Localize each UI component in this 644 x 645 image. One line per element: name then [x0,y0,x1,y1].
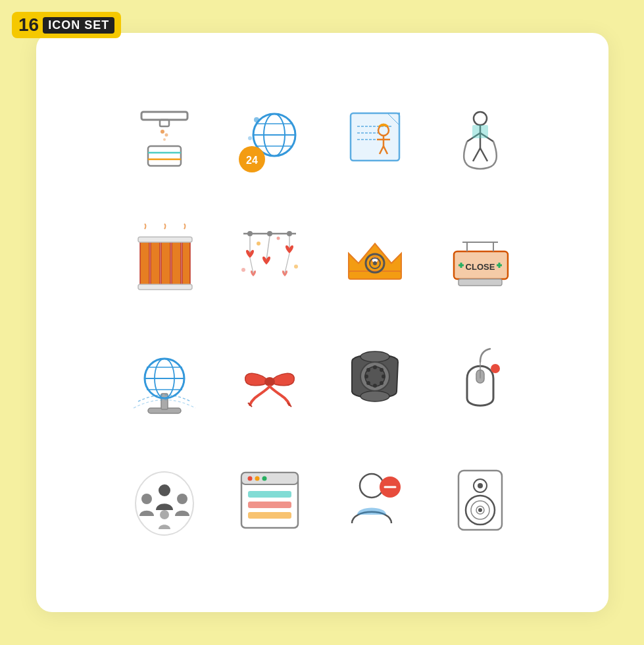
svg-rect-36 [172,240,181,286]
svg-point-101 [255,477,259,481]
svg-point-115 [478,508,482,512]
icon-team [115,444,214,556]
svg-rect-37 [182,240,190,286]
svg-point-82 [373,365,377,369]
svg-line-30 [473,148,480,161]
icon-24-globe: 24 [220,89,319,201]
svg-point-47 [257,242,260,245]
svg-point-48 [276,237,280,240]
svg-point-41 [247,231,253,236]
badge-number: 16 [18,14,39,36]
svg-rect-39 [138,284,192,290]
svg-point-100 [247,477,252,481]
svg-rect-69 [161,394,168,409]
svg-point-94 [159,484,170,496]
icon-webpage [220,444,319,556]
svg-rect-34 [151,240,160,286]
svg-point-78 [360,351,389,362]
svg-point-84 [382,374,385,378]
icon-engineer [326,89,424,201]
icon-3d-printer [115,89,214,201]
svg-point-3 [164,134,168,137]
svg-point-87 [366,381,370,385]
svg-point-2 [161,130,164,134]
svg-text:CLOSE: CLOSE [465,262,495,272]
svg-point-57 [373,261,377,265]
icon-telephone [326,326,424,438]
svg-point-97 [160,510,169,519]
svg-point-4 [163,138,166,141]
svg-point-111 [478,483,483,488]
svg-point-49 [241,268,245,272]
icon-set-card: 24 [36,33,608,612]
svg-point-50 [294,265,298,269]
svg-point-89 [366,368,370,372]
svg-point-26 [474,112,487,125]
icon-speaker [431,444,530,556]
svg-rect-104 [248,502,291,508]
badge-text: ICON SET [48,18,109,32]
icon-user-minus [326,444,424,556]
icon-crown-camera [326,207,424,319]
icon-radiator [115,207,214,319]
svg-rect-67 [458,279,502,286]
svg-rect-17 [351,113,399,161]
svg-point-92 [491,364,500,373]
svg-point-42 [267,231,272,236]
svg-point-85 [380,381,384,385]
badge: 16 ICON SET [12,12,121,38]
svg-text:24: 24 [246,155,258,166]
svg-rect-103 [248,491,291,498]
svg-point-75 [264,377,275,386]
icon-jump-rope [431,89,530,201]
svg-rect-33 [140,240,149,286]
svg-point-95 [141,494,152,504]
svg-line-52 [285,253,289,273]
svg-rect-38 [138,237,192,242]
svg-point-15 [254,117,259,122]
svg-line-45 [266,236,270,260]
svg-rect-32 [472,125,488,138]
svg-point-96 [177,494,187,504]
icon-hanging-hearts [220,207,319,319]
icon-close-sign: CLOSE [431,207,530,319]
svg-point-88 [364,374,368,378]
svg-rect-5 [148,146,181,166]
icon-grid: 24 [115,89,530,556]
svg-point-86 [373,384,377,388]
svg-line-31 [480,148,487,161]
svg-point-102 [262,477,266,481]
icon-bow-ribbon [220,326,319,438]
svg-point-43 [287,231,292,236]
icon-mouse [431,326,530,438]
icon-globe-stand [115,326,214,438]
svg-point-16 [248,136,252,140]
svg-rect-35 [161,240,170,286]
svg-rect-0 [141,112,187,120]
svg-rect-105 [248,512,291,519]
svg-point-83 [380,368,384,372]
svg-point-79 [360,391,389,401]
